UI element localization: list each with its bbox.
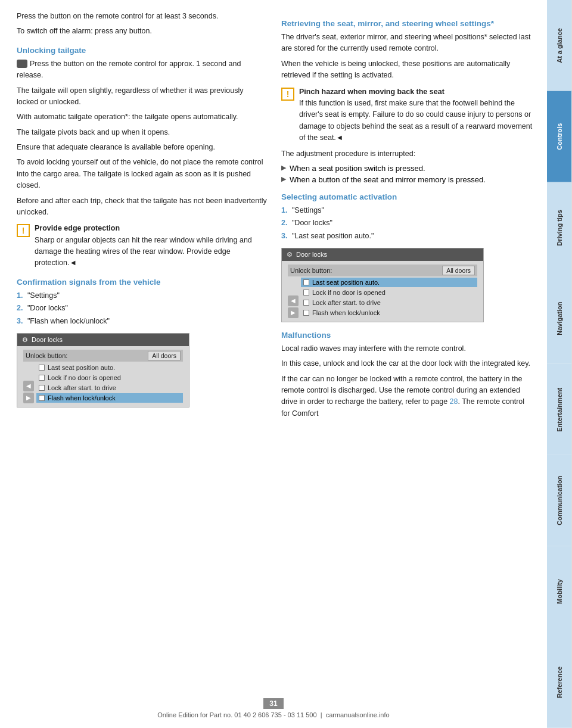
selecting-activation-section: Selecting automatic activation 1. "Setti… — [281, 192, 535, 322]
sidebar-item-controls[interactable]: Controls — [547, 91, 572, 182]
unlocking-tailgate-section: Unlocking tailgate Press the button on t… — [17, 46, 267, 269]
door-locks-ui-right: ⚙ Door locks Unlock button: All doors ◀ — [281, 248, 484, 322]
tailgate-para4: The tailgate pivots back and up when it … — [17, 127, 267, 138]
tailgate-para1: Press the button on the remote control f… — [17, 58, 267, 82]
confirmation-signals-heading: Confirmation signals from the vehicle — [17, 278, 267, 287]
nav-right-arrow-right[interactable]: ▶ — [288, 307, 299, 318]
tailgate-para5: Ensure that adequate clearance is availa… — [17, 142, 267, 153]
malfunctions-section: Malfunctions Local radio waves may inter… — [281, 331, 535, 419]
intro-para1: Press the button on the remote control f… — [17, 11, 267, 22]
selecting-activation-heading: Selecting automatic activation — [281, 192, 535, 201]
nav-left-arrow-right[interactable]: ◀ — [288, 295, 299, 306]
intro-section: Press the button on the remote control f… — [17, 11, 267, 38]
ui-title-bar-left: ⚙ Door locks — [17, 334, 189, 346]
warning-box-edge: ! Provide edge protection Sharp or angul… — [17, 223, 267, 269]
confirmation-signals-section: Confirmation signals from the vehicle 1.… — [17, 278, 267, 407]
ui-row-3-left: Flash when lock/unlock — [36, 393, 183, 403]
ui-row-2-right: Lock after start. to drive — [301, 298, 477, 307]
malfunctions-para2: In this case, unlock and lock the car at… — [281, 358, 535, 369]
malfunctions-para3: If the car can no longer be locked with … — [281, 374, 535, 420]
warning-text-edge: Provide edge protection Sharp or angular… — [35, 223, 267, 269]
warning-icon: ! — [17, 224, 30, 237]
bullet-row-2: ▶ When a button of the seat and mirror m… — [281, 175, 535, 184]
confirmation-list: 1. "Settings" 2. "Door locks" 3. "Flash … — [17, 290, 267, 327]
activation-item-1: 1. "Settings" — [281, 205, 535, 216]
intro-para2: To switch off the alarm: press any butto… — [17, 26, 267, 37]
retrieving-para2: When the vehicle is being unlocked, thes… — [281, 58, 535, 82]
sidebar-item-reference[interactable]: Reference — [547, 637, 572, 728]
sidebar-item-navigation[interactable]: Navigation — [547, 273, 572, 364]
bullet-row-1: ▶ When a seat position switch is pressed… — [281, 164, 535, 173]
tailgate-para2: The tailgate will open slightly, regardl… — [17, 85, 267, 108]
list-item-1: 1. "Settings" — [17, 290, 267, 301]
ui-row-2-left: Lock after start. to drive — [36, 383, 183, 393]
right-column: Retrieving the seat, mirror, and steerin… — [281, 11, 535, 704]
footer-copyright: Online Edition for Part no. 01 40 2 606 … — [157, 711, 389, 718]
retrieving-para1: The driver's seat, exterior mirror, and … — [281, 32, 535, 55]
door-locks-ui-left: ⚙ Door locks Unlock button: All doors ◀ — [17, 333, 189, 407]
tailgate-para3: With automatic tailgate operation*: the … — [17, 111, 267, 123]
sidebar-item-entertainment[interactable]: Entertainment — [547, 364, 572, 455]
sidebar-item-at-a-glance[interactable]: At a glance — [547, 0, 572, 91]
ui-row-1-left: Lock if no door is opened — [36, 373, 183, 382]
page-number: 31 — [263, 698, 283, 709]
ui-header-row-right: Unlock button: All doors — [288, 265, 477, 276]
adjustment-heading-text: The adjustment procedure is interrupted: — [281, 148, 535, 160]
malfunctions-para1: Local radio waves may interfere with the… — [281, 343, 535, 354]
activation-list: 1. "Settings" 2. "Door locks" 3. "Last s… — [281, 205, 535, 242]
ui-row-0-left: Last seat position auto. — [36, 363, 183, 372]
page-link[interactable]: 28 — [450, 397, 458, 406]
list-item-3: 3. "Flash when lock/unlock" — [17, 316, 267, 327]
warning-text-pinch: Pinch hazard when moving back the seat I… — [299, 86, 535, 144]
activation-item-2: 2. "Door locks" — [281, 217, 535, 229]
retrieving-settings-section: Retrieving the seat, mirror, and steerin… — [281, 19, 535, 144]
nav-right-arrow[interactable]: ▶ — [23, 393, 34, 403]
ui-row-1-right: Lock if no door is opened — [301, 288, 477, 297]
sidebar-item-driving-tips[interactable]: Driving tips — [547, 182, 572, 273]
page-footer: 31 Online Edition for Part no. 01 40 2 6… — [0, 698, 547, 718]
sidebar: At a glance Controls Driving tips Naviga… — [547, 0, 572, 728]
ui-row-0-right: Last seat position auto. — [301, 278, 477, 287]
ui-header-row-left: Unlock button: All doors — [23, 350, 183, 362]
sidebar-item-communication[interactable]: Communication — [547, 455, 572, 546]
retrieving-settings-heading: Retrieving the seat, mirror, and steerin… — [281, 19, 535, 28]
unlocking-tailgate-heading: Unlocking tailgate — [17, 46, 267, 55]
tailgate-para6: To avoid locking yourself out of the veh… — [17, 157, 267, 191]
ui-row-3-right: Flash when lock/unlock — [301, 308, 477, 318]
list-item-2: 2. "Door locks" — [17, 303, 267, 314]
nav-left-arrow[interactable]: ◀ — [23, 381, 34, 391]
sidebar-item-mobility[interactable]: Mobility — [547, 546, 572, 637]
activation-item-3: 3. "Last seat position auto." — [281, 231, 535, 242]
adjustment-interrupted-section: The adjustment procedure is interrupted:… — [281, 148, 535, 183]
left-column: Press the button on the remote control f… — [17, 11, 267, 704]
malfunctions-heading: Malfunctions — [281, 331, 535, 340]
warning-box-pinch: ! Pinch hazard when moving back the seat… — [281, 86, 535, 144]
warning-icon-pinch: ! — [281, 88, 294, 101]
ui-title-bar-right: ⚙ Door locks — [282, 248, 483, 261]
tailgate-para7: Before and after each trip, check that t… — [17, 195, 267, 219]
